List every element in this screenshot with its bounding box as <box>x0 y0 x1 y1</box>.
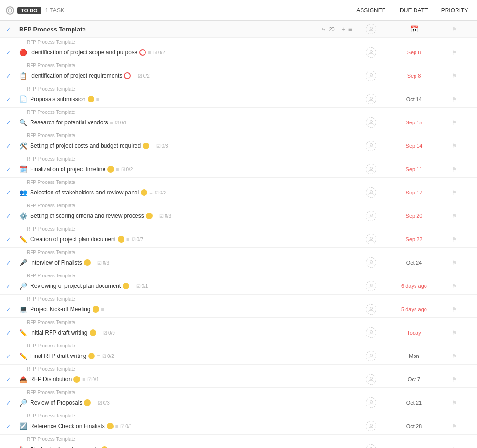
task-menu-icon[interactable]: ≡ <box>98 330 101 336</box>
task-priority[interactable]: ⚑ <box>438 166 471 173</box>
task-row-3[interactable]: ✓🔍Research for potential vendors≡☑ 0/1Se… <box>0 115 477 131</box>
task-check[interactable]: ✓ <box>6 49 19 56</box>
task-check[interactable]: ✓ <box>6 119 19 126</box>
task-name[interactable]: Reference Check on Finalists <box>30 423 105 429</box>
task-row-0[interactable]: ✓🔴Identification of project scope and pu… <box>0 45 477 61</box>
group-add-icon[interactable]: + <box>342 25 345 33</box>
task-menu-icon[interactable]: ≡ <box>93 260 95 265</box>
task-row-7[interactable]: ✓⚙️Setting of scoring criteria and revie… <box>0 209 477 224</box>
task-menu-icon[interactable]: ≡ <box>131 283 134 289</box>
task-assignee-cell[interactable] <box>352 94 390 104</box>
task-name[interactable]: Final selection of proposals <box>30 446 99 448</box>
task-check[interactable]: ✓ <box>6 236 19 243</box>
task-row-11[interactable]: ✓💻Project Kick-off Meeting≡5 days ago⚑ <box>0 302 477 317</box>
task-priority[interactable]: ⚑ <box>438 49 471 56</box>
task-assignee-cell[interactable] <box>352 327 390 338</box>
task-check[interactable]: ✓ <box>6 306 19 313</box>
task-priority[interactable]: ⚑ <box>438 259 471 266</box>
task-assignee-cell[interactable] <box>352 257 390 268</box>
task-check[interactable]: ✓ <box>6 143 19 150</box>
task-row-14[interactable]: ✓📤RFP Distribution≡☑ 0/1Oct 7⚑ <box>0 372 477 387</box>
task-priority[interactable]: ⚑ <box>438 353 471 360</box>
task-check[interactable]: ✓ <box>6 283 19 290</box>
task-row-6[interactable]: ✓👥Selection of stakeholders and review p… <box>0 185 477 201</box>
task-priority[interactable]: ⚑ <box>438 96 471 103</box>
task-check[interactable]: ✓ <box>6 213 19 220</box>
task-row-1[interactable]: ✓📋Identification of project requirements… <box>0 69 477 84</box>
task-assignee-cell[interactable] <box>352 47 390 58</box>
task-row-10[interactable]: ✓🔎Reviewing of project plan document≡☑ 0… <box>0 279 477 294</box>
task-priority[interactable]: ⚑ <box>438 306 471 313</box>
task-menu-icon[interactable]: ≡ <box>133 73 135 79</box>
task-name[interactable]: Identification of project requirements <box>30 72 122 79</box>
task-check[interactable]: ✓ <box>6 189 19 196</box>
task-menu-icon[interactable]: ≡ <box>101 306 104 312</box>
task-assignee-cell[interactable] <box>352 141 390 151</box>
task-assignee-cell[interactable] <box>352 397 390 408</box>
task-menu-icon[interactable]: ≡ <box>151 143 154 149</box>
task-name[interactable]: Research for potential vendors <box>30 119 108 126</box>
task-assignee-cell[interactable] <box>352 211 390 221</box>
task-name[interactable]: Setting of scoring criteria and review p… <box>30 213 144 219</box>
task-menu-icon[interactable]: ≡ <box>96 96 99 102</box>
task-menu-icon[interactable]: ≡ <box>97 353 100 359</box>
task-assignee-cell[interactable] <box>352 374 390 385</box>
task-assignee-cell[interactable] <box>352 117 390 128</box>
task-check[interactable]: ✓ <box>6 96 19 103</box>
task-row-12[interactable]: ✓✏️Initial RFP draft writing≡☑ 0/9Today⚑ <box>0 326 477 341</box>
task-row-15[interactable]: ✓🔎Review of Proposals≡☑ 0/3Oct 21⚑ <box>0 396 477 411</box>
task-menu-icon[interactable]: ≡ <box>116 166 119 172</box>
task-row-13[interactable]: ✓✏️Final RFP draft writing≡☑ 0/2Mon⚑ <box>0 349 477 364</box>
task-row-17[interactable]: ✓✏️Final selection of proposals≡☑ 0/3Oct… <box>0 442 477 448</box>
task-menu-icon[interactable]: ≡ <box>126 236 129 242</box>
task-assignee-cell[interactable] <box>352 281 390 291</box>
task-priority[interactable]: ⚑ <box>438 399 471 407</box>
task-priority[interactable]: ⚑ <box>438 376 471 383</box>
task-menu-icon[interactable]: ≡ <box>93 400 95 406</box>
task-name[interactable]: Final RFP draft writing <box>30 353 86 359</box>
task-name[interactable]: Interview of Finalists <box>30 259 82 266</box>
task-name[interactable]: Identification of project scope and purp… <box>30 49 137 56</box>
group-menu-icon[interactable]: ≡ <box>348 25 352 33</box>
task-check[interactable]: ✓ <box>6 259 19 266</box>
task-name[interactable]: Reviewing of project plan document <box>30 283 121 289</box>
task-priority[interactable]: ⚑ <box>438 329 471 336</box>
task-assignee-cell[interactable] <box>352 234 390 244</box>
task-assignee-cell[interactable] <box>352 187 390 198</box>
task-priority[interactable]: ⚑ <box>438 423 471 430</box>
task-name[interactable]: Finalization of project timeline <box>30 166 105 173</box>
task-menu-icon[interactable]: ≡ <box>110 120 113 125</box>
task-name[interactable]: Initial RFP draft writing <box>30 329 88 336</box>
task-row-5[interactable]: ✓🗓️Finalization of project timeline≡☑ 0/… <box>0 162 477 177</box>
task-row-4[interactable]: ✓🛠️Setting of project costs and budget r… <box>0 139 477 154</box>
task-priority[interactable]: ⚑ <box>438 143 471 150</box>
task-assignee-cell[interactable] <box>352 304 390 315</box>
task-check[interactable]: ✓ <box>6 423 19 430</box>
task-check[interactable]: ✓ <box>6 72 19 80</box>
task-priority[interactable]: ⚑ <box>438 213 471 220</box>
task-name[interactable]: RFP Distribution <box>30 376 72 383</box>
task-check[interactable]: ✓ <box>6 376 19 383</box>
task-check[interactable]: ✓ <box>6 329 19 336</box>
task-name[interactable]: Setting of project costs and budget requ… <box>30 143 141 149</box>
task-priority[interactable]: ⚑ <box>438 72 471 80</box>
task-menu-icon[interactable]: ≡ <box>115 423 118 429</box>
task-row-16[interactable]: ✓☑️Reference Check on Finalists≡☑ 0/1Oct… <box>0 419 477 434</box>
task-menu-icon[interactable]: ≡ <box>82 377 85 382</box>
task-row-2[interactable]: ✓📄Proposals submission≡Oct 14⚑ <box>0 92 477 107</box>
task-priority[interactable]: ⚑ <box>438 283 471 290</box>
task-name[interactable]: Proposals submission <box>30 96 86 102</box>
task-priority[interactable]: ⚑ <box>438 236 471 243</box>
task-menu-icon[interactable]: ≡ <box>148 50 151 55</box>
task-assignee-cell[interactable] <box>352 351 390 361</box>
task-assignee-cell[interactable] <box>352 444 390 448</box>
task-check[interactable]: ✓ <box>6 446 19 448</box>
task-assignee-cell[interactable] <box>352 421 390 431</box>
task-check[interactable]: ✓ <box>6 353 19 360</box>
task-assignee-cell[interactable] <box>352 71 390 81</box>
task-priority[interactable]: ⚑ <box>438 189 471 196</box>
task-name[interactable]: Creation of project plan document <box>30 236 116 243</box>
task-priority[interactable]: ⚑ <box>438 446 471 448</box>
group-expand[interactable]: ✓ <box>6 26 19 33</box>
task-name[interactable]: Review of Proposals <box>30 399 82 406</box>
